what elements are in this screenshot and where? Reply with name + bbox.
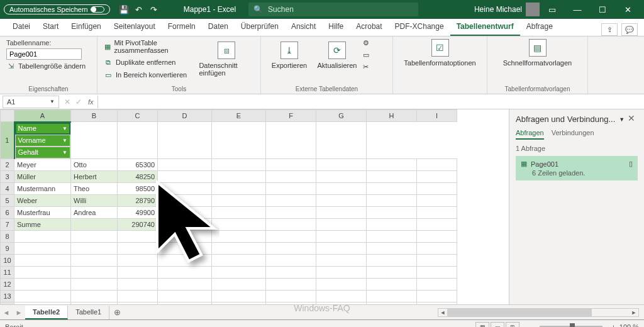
tab-pdf-xchange[interactable]: PDF-XChange: [389, 18, 450, 36]
table-header-vorname[interactable]: Vorname▼: [15, 135, 71, 147]
account-button[interactable]: Heine Michael: [474, 3, 540, 16]
tab-abfrage[interactable]: Abfrage: [520, 18, 559, 36]
zoom-out-button[interactable]: —: [524, 323, 531, 328]
row-header-6[interactable]: 6: [1, 206, 14, 218]
chevron-down-icon[interactable]: ▼: [619, 116, 625, 123]
cell[interactable]: [266, 254, 316, 266]
row-header-8[interactable]: 8: [1, 230, 14, 242]
sheet-nav-next-icon[interactable]: ►: [13, 309, 25, 316]
cell[interactable]: [212, 302, 266, 304]
view-normal-button[interactable]: ▦: [475, 322, 489, 328]
cell[interactable]: [212, 122, 266, 159]
cell[interactable]: [71, 290, 118, 302]
close-icon[interactable]: ✕: [615, 5, 640, 14]
cell[interactable]: [71, 302, 118, 304]
cell[interactable]: [212, 218, 266, 230]
cell-gehalt[interactable]: 98500: [118, 182, 158, 194]
row-header-11[interactable]: 11: [1, 266, 14, 278]
save-icon[interactable]: 💾: [118, 5, 130, 14]
cell-total-value[interactable]: 290740: [118, 218, 158, 230]
cell[interactable]: [316, 170, 367, 182]
cell[interactable]: [158, 242, 212, 254]
cell[interactable]: [14, 230, 71, 242]
tab-queries[interactable]: Abfragen: [516, 129, 544, 140]
cell[interactable]: [367, 194, 417, 206]
openbrowser-icon[interactable]: ▭: [363, 51, 369, 59]
cell[interactable]: [212, 158, 266, 170]
cell[interactable]: [14, 302, 71, 304]
resize-table-button[interactable]: ⇲Tabellengröße ändern: [6, 62, 91, 70]
cell[interactable]: [71, 122, 118, 159]
filter-icon[interactable]: ▼: [62, 126, 67, 131]
tab-überprüfen[interactable]: Überprüfen: [235, 18, 285, 36]
scroll-right-icon[interactable]: ►: [630, 309, 638, 316]
cell[interactable]: [14, 290, 71, 302]
cell[interactable]: [212, 206, 266, 218]
filter-icon[interactable]: ▼: [62, 138, 67, 143]
quick-styles-button[interactable]: ▤Schnellformatvorlagen: [494, 39, 581, 67]
undo-icon[interactable]: ↶: [133, 5, 145, 14]
worksheet-grid[interactable]: ABCDEFGHI1Name▼Vorname▼Gehalt▼2MeyerOtto…: [0, 109, 509, 304]
cell[interactable]: [266, 182, 316, 194]
add-sheet-button[interactable]: ⊕: [109, 308, 125, 317]
pivot-button[interactable]: ▦Mit PivotTable zusammenfassen: [104, 39, 195, 54]
row-header-10[interactable]: 10: [1, 254, 14, 266]
col-header-C[interactable]: C: [118, 110, 158, 122]
cell[interactable]: [266, 266, 316, 278]
cell[interactable]: [316, 194, 367, 206]
cell[interactable]: [316, 278, 367, 290]
tab-daten[interactable]: Daten: [202, 18, 235, 36]
cell[interactable]: [316, 290, 367, 302]
cell[interactable]: [118, 266, 158, 278]
tab-connections[interactable]: Verbindungen: [552, 129, 594, 140]
export-button[interactable]: ⤓Exportieren: [267, 39, 311, 71]
cell[interactable]: [212, 170, 266, 182]
row-header-9[interactable]: 9: [1, 242, 14, 254]
cell[interactable]: [266, 206, 316, 218]
cell-vorname[interactable]: Herbert: [71, 170, 118, 182]
cell[interactable]: [367, 302, 417, 304]
cell[interactable]: [71, 278, 118, 290]
query-edit-icon[interactable]: ▯: [629, 160, 633, 168]
cell[interactable]: [14, 278, 71, 290]
cell[interactable]: [212, 266, 266, 278]
cell[interactable]: [71, 254, 118, 266]
sheet-tab-tabelle1[interactable]: Tabelle1: [68, 306, 109, 319]
cell[interactable]: [417, 194, 457, 206]
tab-hilfe[interactable]: Hilfe: [322, 18, 350, 36]
scroll-thumb[interactable]: [447, 309, 592, 316]
cell[interactable]: [118, 278, 158, 290]
cell[interactable]: [417, 158, 457, 170]
col-header-A[interactable]: A: [14, 110, 71, 122]
cell[interactable]: [417, 290, 457, 302]
horizontal-scrollbar[interactable]: ◄ ►: [438, 308, 639, 317]
cell[interactable]: [417, 206, 457, 218]
row-header-5[interactable]: 5: [1, 194, 14, 206]
cell[interactable]: [14, 266, 71, 278]
cell[interactable]: [118, 230, 158, 242]
cell[interactable]: [14, 254, 71, 266]
ribbon-mode-icon[interactable]: ▭: [540, 5, 565, 14]
cell[interactable]: [417, 278, 457, 290]
tab-datei[interactable]: Datei: [6, 18, 36, 36]
cell[interactable]: [212, 182, 266, 194]
remove-duplicates-button[interactable]: ⧉Duplikate entfernen: [104, 58, 195, 67]
cell[interactable]: [71, 242, 118, 254]
cell[interactable]: [266, 290, 316, 302]
sheet-tab-tabelle2[interactable]: Tabelle2: [25, 306, 68, 319]
zoom-in-button[interactable]: +: [611, 323, 615, 328]
cell[interactable]: [367, 278, 417, 290]
name-box[interactable]: A1▼: [3, 96, 59, 108]
cell[interactable]: [266, 122, 316, 159]
properties-icon[interactable]: ⚙: [363, 39, 369, 47]
cell[interactable]: [212, 278, 266, 290]
cell[interactable]: [316, 122, 367, 159]
cell[interactable]: [266, 230, 316, 242]
query-item[interactable]: ▦Page001▯ 6 Zeilen geladen.: [516, 156, 638, 180]
cell[interactable]: [118, 302, 158, 304]
cell[interactable]: [367, 182, 417, 194]
tab-start[interactable]: Start: [36, 18, 65, 36]
cell[interactable]: [212, 230, 266, 242]
row-header-14[interactable]: 14: [1, 302, 14, 304]
cell[interactable]: [212, 242, 266, 254]
